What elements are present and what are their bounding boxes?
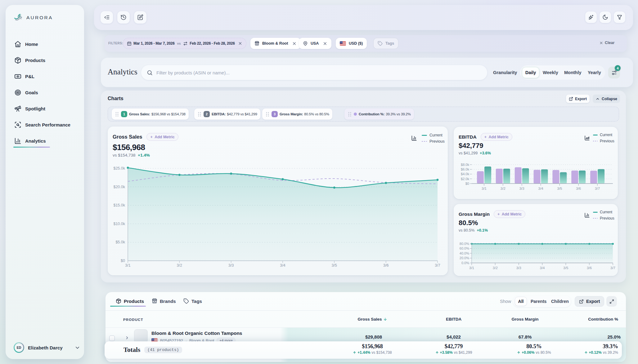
svg-text:3/6: 3/6 [383, 263, 389, 268]
svg-text:$0: $0 [121, 259, 125, 263]
svg-text:3/2: 3/2 [177, 263, 182, 268]
svg-text:3/1: 3/1 [125, 263, 130, 268]
svg-text:$0: $0 [465, 182, 469, 185]
svg-text:3/7: 3/7 [595, 187, 600, 190]
svg-text:3/5: 3/5 [332, 263, 337, 268]
svg-text:3/7: 3/7 [435, 263, 440, 268]
svg-text:$5.0k: $5.0k [115, 240, 125, 244]
svg-text:3/4: 3/4 [280, 263, 285, 268]
svg-text:20.0%: 20.0% [460, 256, 469, 260]
svg-text:3/4: 3/4 [540, 266, 545, 270]
svg-text:3/3: 3/3 [519, 187, 524, 190]
svg-text:3/4: 3/4 [538, 187, 544, 190]
svg-text:3/1: 3/1 [469, 266, 474, 270]
svg-text:$8.0k: $8.0k [461, 163, 469, 166]
svg-text:$20.0k: $20.0k [113, 185, 125, 189]
svg-text:3/5: 3/5 [563, 266, 568, 270]
svg-text:$2.0k: $2.0k [461, 177, 469, 181]
svg-text:$4.0k: $4.0k [461, 172, 469, 176]
svg-text:$15.0k: $15.0k [113, 203, 125, 207]
svg-text:3/3: 3/3 [516, 266, 521, 270]
svg-text:3/6: 3/6 [587, 266, 592, 270]
svg-text:3/3: 3/3 [228, 263, 234, 268]
svg-text:3/7: 3/7 [610, 266, 615, 270]
svg-text:60.0%: 60.0% [460, 246, 469, 250]
svg-text:3/1: 3/1 [482, 187, 487, 190]
svg-text:3/5: 3/5 [557, 187, 562, 190]
svg-text:3/6: 3/6 [576, 187, 581, 190]
svg-text:$10.0k: $10.0k [113, 222, 125, 226]
svg-text:$6.0k: $6.0k [461, 167, 469, 171]
svg-text:$25.0k: $25.0k [113, 166, 125, 171]
svg-text:40.0%: 40.0% [460, 251, 469, 255]
svg-text:3/2: 3/2 [493, 266, 498, 270]
svg-text:0.0%: 0.0% [461, 261, 469, 265]
svg-text:3/2: 3/2 [501, 187, 505, 190]
svg-text:80.0%: 80.0% [460, 242, 469, 246]
